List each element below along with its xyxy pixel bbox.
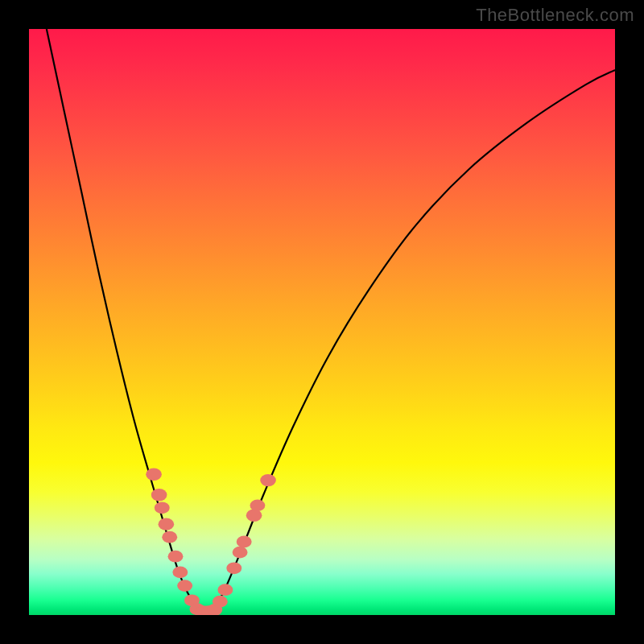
data-dot	[260, 474, 276, 486]
curve-svg	[29, 29, 615, 615]
right-curve	[202, 70, 615, 613]
data-dot	[146, 469, 162, 481]
data-dot	[172, 566, 188, 578]
data-dot	[233, 547, 248, 559]
data-dot	[159, 518, 175, 530]
data-dot	[168, 551, 184, 563]
data-dot	[177, 580, 192, 592]
plot-area	[29, 29, 615, 615]
data-dot	[226, 562, 242, 574]
data-dot	[237, 536, 252, 548]
data-dot	[250, 499, 265, 511]
left-curve	[47, 29, 202, 612]
data-dot	[151, 489, 167, 501]
data-dot	[217, 584, 233, 596]
data-dot	[162, 531, 177, 543]
watermark-text: TheBottleneck.com	[476, 5, 634, 26]
data-dots	[146, 469, 276, 615]
data-dot	[155, 502, 170, 514]
chart-container: TheBottleneck.com	[0, 0, 644, 644]
data-dot	[213, 596, 228, 608]
